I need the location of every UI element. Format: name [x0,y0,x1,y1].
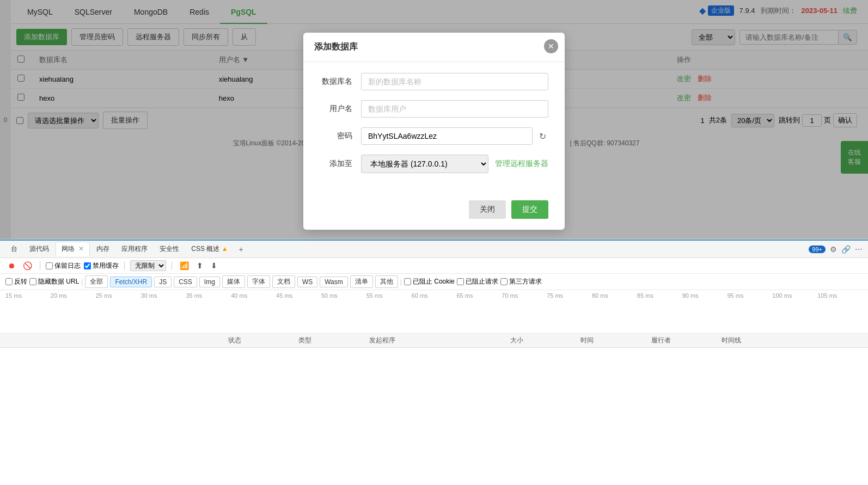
filter-all-btn[interactable]: 全部 [85,275,108,288]
modal-body: 数据库名 用户名 密码 ↻ 添加至 [303,62,565,194]
t-30: 30 ms [141,292,186,299]
filter-font-btn[interactable]: 字体 [247,275,270,288]
col-header-time: 时间 [580,336,651,345]
blocked-request-label[interactable]: 已阻止请求 [457,277,498,286]
hide-url-checkbox[interactable] [29,278,36,285]
disable-cache-label[interactable]: 禁用缓存 [84,261,119,271]
filter-row: 反转 隐藏数据 URL | 全部 Fetch/XHR JS CSS Img 媒体… [0,274,868,290]
server-select[interactable]: 本地服务器 (127.0.0.1) [361,155,488,173]
link-icon[interactable]: 🔗 [841,245,851,254]
hide-url-text: 隐藏数据 URL [38,277,79,286]
col-header-timeline: 时间线 [722,336,863,345]
modal-title: 添加数据库 [303,33,565,62]
t-50: 50 ms [321,292,366,299]
devtools-panel: 台 源代码 网络 ✕ 内存 应用程序 安全性 CSS 概述 ▲ + 99+ ⚙ … [0,240,868,485]
separator-1 [40,261,40,270]
download-icon[interactable]: ⬇ [209,260,219,271]
third-party-text: 第三方请求 [509,277,542,286]
blocked-cookie-text: 已阻止 Cookie [413,277,455,286]
devtools-tab-app[interactable]: 应用程序 [116,242,153,256]
modal-close-button[interactable]: ✕ [544,39,558,53]
css-badge: ▲ [222,245,228,253]
t-70: 70 ms [502,292,547,299]
clear-button[interactable]: 🚫 [21,260,34,271]
filter-wasm-btn[interactable]: Wasm [320,277,348,287]
modal-cancel-button[interactable]: 关闭 [469,200,506,219]
devtools-tab-source[interactable]: 源代码 [24,242,54,256]
devtools-tab-memory[interactable]: 内存 [91,242,115,256]
t-45: 45 ms [276,292,321,299]
addto-label: 添加至 [320,159,352,169]
form-row-addto: 添加至 本地服务器 (127.0.0.1) 管理远程服务器 [320,155,548,173]
devtools-tab-bar: 台 源代码 网络 ✕ 内存 应用程序 安全性 CSS 概述 ▲ + 99+ ⚙ … [0,241,868,258]
t-75: 75 ms [547,292,592,299]
t-25: 25 ms [96,292,141,299]
devtools-tab-right: 99+ ⚙ 🔗 ⋯ [809,245,863,254]
modal-footer: 关闭 提交 [303,194,565,230]
top-panel: 0 MySQL SQLServer MongoDB Redis PgSQL ◆ … [0,0,868,240]
password-row: ↻ [361,127,548,145]
network-body [0,348,868,485]
t-65: 65 ms [456,292,502,299]
modal-overlay: 添加数据库 ✕ 数据库名 用户名 密码 ↻ [0,0,868,239]
more-icon[interactable]: ⋯ [855,245,863,254]
timeline-bar: 15 ms 20 ms 25 ms 30 ms 35 ms 40 ms 45 m… [0,290,868,334]
preserve-log-label[interactable]: 保留日志 [46,261,81,271]
blocked-cookie-label[interactable]: 已阻止 Cookie [404,277,455,286]
preserve-log-checkbox[interactable] [46,262,53,269]
filter-other-btn[interactable]: 其他 [375,275,398,288]
password-input[interactable] [361,127,533,145]
network-table-header: 状态 类型 发起程序 大小 时间 履行者 时间线 [0,334,868,348]
close-network-tab[interactable]: ✕ [78,245,84,253]
invert-checkbox[interactable] [5,278,13,285]
devtools-tab-security[interactable]: 安全性 [154,242,185,256]
third-party-label[interactable]: 第三方请求 [500,277,542,286]
filter-doc-btn[interactable]: 文档 [272,275,295,288]
username-label: 用户名 [320,104,352,114]
server-row: 本地服务器 (127.0.0.1) 管理远程服务器 [361,155,548,173]
network-badge: 99+ [809,245,826,253]
settings-icon[interactable]: ⚙ [830,245,837,254]
upload-icon[interactable]: ⬆ [194,260,205,271]
filter-divider-2: | [400,278,402,286]
invert-filter-label[interactable]: 反转 [5,277,27,286]
dbname-label: 数据库名 [320,77,352,87]
filter-media-btn[interactable]: 媒体 [222,275,245,288]
third-party-checkbox[interactable] [500,278,508,285]
manage-server-link[interactable]: 管理远程服务器 [495,159,548,169]
filter-ws-btn[interactable]: WS [297,277,317,287]
record-button[interactable]: ⏺ [5,260,17,271]
username-input[interactable] [361,100,548,118]
t-100: 100 ms [772,292,817,299]
t-80: 80 ms [592,292,637,299]
col-header-status: 状态 [228,336,299,345]
t-20: 20 ms [51,292,96,299]
invert-text: 反转 [14,277,27,286]
dbname-input[interactable] [361,73,548,90]
throttle-select[interactable]: 无限制 [130,260,166,271]
filter-js-btn[interactable]: JS [154,277,172,287]
devtools-tab-台[interactable]: 台 [5,242,23,256]
timeline-ruler: 15 ms 20 ms 25 ms 30 ms 35 ms 40 ms 45 m… [0,292,868,299]
t-85: 85 ms [637,292,682,299]
devtools-tab-network[interactable]: 网络 ✕ [56,242,90,256]
filter-fetch-btn[interactable]: Fetch/XHR [110,277,152,287]
t-90: 90 ms [682,292,728,299]
add-tab-button[interactable]: + [235,243,248,256]
filter-img-btn[interactable]: Img [199,277,220,287]
separator-3 [172,261,172,270]
col-header-executor: 履行者 [651,336,722,345]
t-105: 105 ms [817,292,863,299]
modal-submit-button[interactable]: 提交 [511,200,548,219]
filter-css-btn[interactable]: CSS [174,277,197,287]
devtools-tab-css[interactable]: CSS 概述 ▲ [186,242,233,256]
form-row-password: 密码 ↻ [320,127,548,145]
wifi-icon[interactable]: 📶 [178,260,191,271]
hide-url-label[interactable]: 隐藏数据 URL [29,277,79,286]
filter-manifest-btn[interactable]: 清单 [350,275,373,288]
blocked-cookie-checkbox[interactable] [404,278,411,285]
refresh-password-button[interactable]: ↻ [537,129,548,144]
blocked-request-text: 已阻止请求 [466,277,498,286]
disable-cache-checkbox[interactable] [84,262,91,269]
blocked-request-checkbox[interactable] [457,278,464,285]
